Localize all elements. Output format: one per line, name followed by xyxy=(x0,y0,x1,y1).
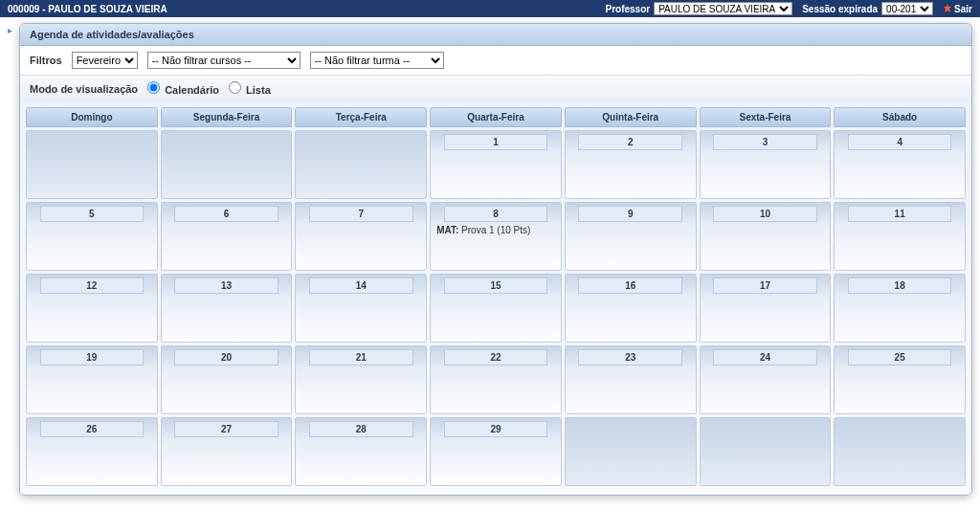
day-number: 29 xyxy=(444,421,548,437)
day-number: 4 xyxy=(848,134,952,150)
day-number: 1 xyxy=(444,134,548,150)
day-number: 12 xyxy=(40,277,145,294)
course-filter-select[interactable]: -- Não filtrar cursos -- xyxy=(147,52,301,69)
collapse-arrow-icon[interactable]: ▸ xyxy=(8,25,12,35)
calendar-cell xyxy=(700,417,832,486)
calendar-grid: DomingoSegunda-FeiraTerça-FeiraQuarta-Fe… xyxy=(20,101,971,495)
calendar-cell[interactable]: 16 xyxy=(565,274,697,343)
filters-label: Filtros xyxy=(30,55,62,66)
class-filter-select[interactable]: -- Não filtrar turma -- xyxy=(310,52,444,69)
day-number: 11 xyxy=(848,206,952,222)
calendar-cell[interactable]: 4 xyxy=(834,130,966,199)
calendar-cell[interactable]: 13 xyxy=(161,274,293,343)
calendar-cell[interactable]: 10 xyxy=(700,202,832,271)
calendar-week-row: 12131415161718 xyxy=(26,274,966,343)
agenda-panel: Agenda de atividades/avaliações Filtros … xyxy=(19,23,972,496)
calendar-cell[interactable]: 29 xyxy=(430,417,562,486)
calendar-cell[interactable]: 21 xyxy=(295,345,427,414)
day-number: 8 xyxy=(444,206,548,222)
calendar-cell[interactable]: 14 xyxy=(295,274,427,343)
viewmode-calendar-radio[interactable] xyxy=(147,81,160,94)
calendar-header-row: DomingoSegunda-FeiraTerça-FeiraQuarta-Fe… xyxy=(26,107,966,127)
calendar-event[interactable]: MAT: Prova 1 (10 Pts) xyxy=(434,225,557,237)
viewmode-label: Modo de visualização xyxy=(30,83,138,95)
session-select[interactable]: 00-201 xyxy=(881,2,933,15)
calendar-week-row: 1234 xyxy=(26,130,966,199)
calendar-cell[interactable]: 15 xyxy=(430,274,562,343)
calendar-week-row: 5678MAT: Prova 1 (10 Pts)91011 xyxy=(26,202,966,271)
day-number: 21 xyxy=(309,349,413,366)
calendar-cell[interactable]: 22 xyxy=(430,345,562,414)
calendar-cell xyxy=(834,417,966,486)
month-filter-select[interactable]: Fevereiro xyxy=(72,52,138,69)
day-number: 14 xyxy=(309,277,413,294)
day-number: 10 xyxy=(713,206,817,222)
professor-select[interactable]: PAULO DE SOUZA VIEIRA xyxy=(654,2,792,15)
page-wrap: ▸ Agenda de atividades/avaliações Filtro… xyxy=(8,23,972,496)
professor-label: Professor xyxy=(605,4,650,14)
day-number: 28 xyxy=(309,421,413,437)
day-number: 16 xyxy=(578,277,682,294)
day-number: 7 xyxy=(309,206,413,222)
day-number: 9 xyxy=(578,206,682,222)
calendar-cell[interactable]: 5 xyxy=(26,202,158,271)
day-number: 25 xyxy=(848,349,952,366)
panel-header: Agenda de atividades/avaliações xyxy=(20,24,971,46)
calendar-cell[interactable]: 3 xyxy=(700,130,832,199)
day-number: 17 xyxy=(713,277,817,294)
day-number: 23 xyxy=(578,349,682,366)
calendar-cell[interactable]: 17 xyxy=(700,274,832,343)
top-bar: 000009 - PAULO DE SOUZA VIEIRA Professor… xyxy=(0,0,980,17)
viewmode-calendar-option[interactable]: Calendário xyxy=(147,81,219,96)
day-number: 13 xyxy=(174,277,278,294)
day-number: 27 xyxy=(174,421,278,437)
day-number: 15 xyxy=(444,277,548,294)
exit-label: Sair xyxy=(954,4,972,14)
calendar-cell[interactable]: 24 xyxy=(700,345,832,414)
calendar-header: Domingo xyxy=(26,107,158,127)
calendar-header: Quinta-Feira xyxy=(565,107,697,127)
calendar-cell[interactable]: 6 xyxy=(161,202,293,271)
calendar-cell[interactable]: 12 xyxy=(26,274,158,343)
viewmode-list-option[interactable]: Lista xyxy=(229,81,271,96)
calendar-cell[interactable]: 20 xyxy=(161,345,293,414)
calendar-cell[interactable]: 25 xyxy=(834,345,966,414)
calendar-cell[interactable]: 2 xyxy=(565,130,697,199)
day-number: 19 xyxy=(40,349,145,366)
calendar-cell[interactable]: 7 xyxy=(295,202,427,271)
calendar-header: Sexta-Feira xyxy=(700,107,832,127)
day-number: 18 xyxy=(848,277,952,294)
calendar-cell[interactable]: 27 xyxy=(161,417,293,486)
calendar-cell[interactable]: 19 xyxy=(26,345,158,414)
session-label: Sessão expirada xyxy=(802,4,878,14)
day-number: 22 xyxy=(444,349,548,366)
exit-button[interactable]: Sair xyxy=(943,4,972,14)
calendar-cell[interactable]: 26 xyxy=(26,417,158,486)
calendar-header: Terça-Feira xyxy=(295,107,427,127)
page-title: 000009 - PAULO DE SOUZA VIEIRA xyxy=(8,4,605,14)
day-number: 6 xyxy=(174,206,278,222)
calendar-week-row: 19202122232425 xyxy=(26,345,966,414)
day-number: 26 xyxy=(40,421,145,437)
calendar-cell[interactable]: 23 xyxy=(565,345,697,414)
calendar-header: Segunda-Feira xyxy=(161,107,293,127)
calendar-header: Quarta-Feira xyxy=(430,107,562,127)
day-number: 2 xyxy=(578,134,682,150)
calendar-cell[interactable]: 28 xyxy=(295,417,427,486)
day-number: 3 xyxy=(713,134,817,150)
calendar-cell[interactable]: 9 xyxy=(565,202,697,271)
calendar-cell xyxy=(26,130,158,199)
calendar-cell[interactable]: 1 xyxy=(430,130,562,199)
calendar-body: 12345678MAT: Prova 1 (10 Pts)91011121314… xyxy=(26,130,966,486)
day-number: 24 xyxy=(713,349,817,366)
calendar-cell[interactable]: 11 xyxy=(834,202,966,271)
day-number: 5 xyxy=(40,206,145,222)
calendar-cell xyxy=(295,130,427,199)
viewmode-row: Modo de visualização Calendário Lista xyxy=(20,76,971,101)
calendar-cell[interactable]: 8MAT: Prova 1 (10 Pts) xyxy=(430,202,562,271)
calendar-week-row: 26272829 xyxy=(26,417,966,486)
viewmode-list-radio[interactable] xyxy=(229,81,241,94)
calendar-cell[interactable]: 18 xyxy=(834,274,966,343)
exit-icon xyxy=(943,4,952,13)
filters-row: Filtros Fevereiro -- Não filtrar cursos … xyxy=(20,46,971,76)
